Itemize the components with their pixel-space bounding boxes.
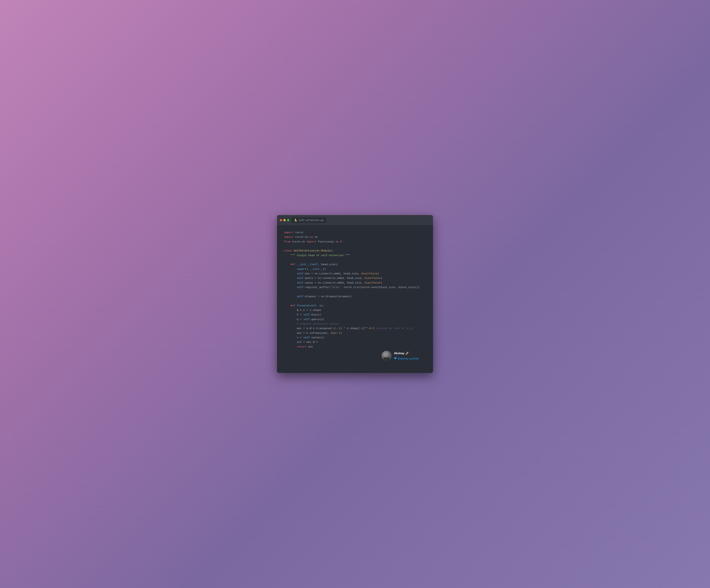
code-line-22: wei = q @ k.transpose(-2,-1) * k.shape[-… (284, 326, 426, 330)
code-line-1: import torch (284, 230, 426, 235)
code-window: 🐍 self_attention.py import torch import … (277, 215, 433, 373)
code-line-18: B,T,C = x.shape (284, 308, 426, 313)
code-line-12: self.value = nn.Linear(n_embd, head_size… (284, 280, 426, 285)
user-handle: @akshay_pachaar (394, 356, 419, 361)
code-line-26: return out (284, 344, 426, 349)
maximize-button[interactable] (287, 219, 289, 221)
code-line-8: def __init__(self, head_size): (284, 262, 426, 267)
code-line-24: v = self.value(x) (284, 335, 426, 340)
user-name: Akshay 🚀 (394, 351, 419, 356)
avatar-inner (381, 351, 392, 361)
tab-filename: self_attention.py (299, 219, 324, 222)
twitter-handle: @akshay_pachaar (398, 356, 419, 361)
file-tab[interactable]: 🐍 self_attention.py (291, 218, 326, 223)
code-line-20: q = self.query(x) (284, 317, 426, 322)
code-line-14 (284, 290, 426, 294)
code-line-19: k = self.key(x) (284, 313, 426, 317)
python-icon: 🐍 (294, 219, 298, 222)
minimize-button[interactable] (283, 219, 286, 221)
close-button[interactable] (280, 219, 282, 221)
code-line-21: # compute attention scores (284, 322, 426, 326)
person-silhouette (381, 351, 392, 361)
code-line-15: self.dropout = nn.Dropout(dropout) (284, 294, 426, 299)
code-line-4 (284, 244, 426, 248)
code-line-17: def forward(self, x): (284, 303, 426, 308)
code-line-25: out = wei @ v (284, 340, 426, 344)
code-line-5: class SelfAttention(nn.Module): (284, 248, 426, 253)
twitter-icon (394, 357, 397, 360)
code-line-13: self.register_buffer('tril', torch.tril(… (284, 285, 426, 290)
avatar (381, 351, 392, 361)
code-line-2: import torch.nn as nn (284, 235, 426, 239)
code-line-6: """ Single head of self-attention """ (284, 253, 426, 258)
code-line-7 (284, 258, 426, 262)
titlebar: 🐍 self_attention.py (277, 215, 433, 225)
code-line-23: wei = F.softmax(wei, dim=-1) (284, 331, 426, 335)
code-editor: import torch import torch.nn as nn from … (277, 225, 433, 373)
code-line-9: super().__init__() (284, 267, 426, 271)
code-line-11: self.query = nn.Linear(n_embd, head_size… (284, 276, 426, 280)
svg-point-0 (385, 352, 388, 356)
code-line-16 (284, 299, 426, 303)
code-line-3: from torch.nn import functional as F (284, 240, 426, 244)
traffic-lights (280, 219, 289, 221)
svg-rect-2 (383, 357, 390, 361)
code-line-10: self.key = nn.Linear(n_embd, head_size, … (284, 271, 426, 276)
author-footer: Akshay 🚀 @akshay_pachaar (284, 349, 426, 366)
user-info: Akshay 🚀 @akshay_pachaar (394, 351, 419, 361)
